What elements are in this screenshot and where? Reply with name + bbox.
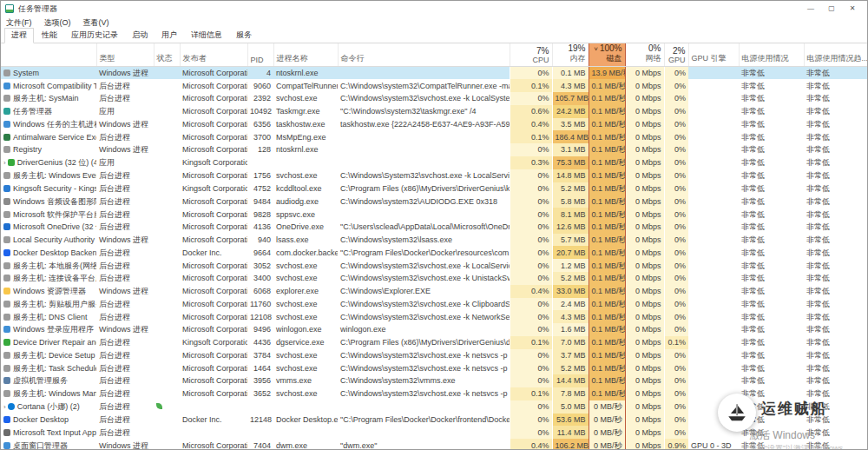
process-disk-cell: 0.1 MB/秒 [589,285,625,298]
column-header-name[interactable] [1,43,96,67]
column-header-pid[interactable]: PID [247,43,273,67]
tab-processes[interactable]: 进程 [4,28,34,43]
activate-windows-text: 激活 Windows [749,428,815,443]
process-net-cell: 0 Mbps [625,285,664,298]
process-cpu-cell: 0.1% [510,387,552,400]
process-row[interactable]: 服务主机: 本地服务(网络受限)后台进程Microsoft Corporatio… [1,259,868,272]
process-publisher-cell: Docker Inc. [180,414,247,427]
process-row[interactable]: 服务主机: Device Setup Mana...后台进程Microsoft … [1,349,868,362]
process-row[interactable]: 服务主机: 剪贴板用户服务_234...后台进程Microsoft Corpor… [1,298,868,311]
process-row[interactable]: Microsoft 软件保护平台服务后台进程Microsoft Corporat… [1,208,868,221]
process-net-cell: 0 Mbps [625,374,664,387]
process-cpu-cell: 0.1% [510,79,552,92]
tab-startup[interactable]: 启动 [126,29,154,43]
process-name-label: DriverGenius (32 位) (4 ... [17,158,96,167]
process-net-cell: 0 Mbps [625,169,664,182]
process-name-label: 服务主机: 连接设备平台用户服... [13,274,96,282]
process-row[interactable]: Local Security Authority Proc...Windows … [1,234,868,247]
process-row[interactable]: Device Driver Repair and Up...后台进程Kingso… [1,336,868,349]
process-type-cell: 后台进程 [96,221,154,234]
process-row[interactable]: Windows 登录应用程序Windows 进程Microsoft Corpor… [1,323,868,336]
process-mem-cell: 20.7 MB [552,246,589,259]
close-icon[interactable]: ✕ [842,2,863,16]
process-cpu-cell: 0% [510,272,552,285]
column-header-type[interactable]: 类型 [96,43,154,67]
process-publisher-cell: Microsoft Corporation [180,298,247,311]
process-row[interactable]: 任务管理器应用Microsoft Corporation10492Taskmgr… [1,105,868,118]
process-gpu-cell: 0% [664,246,688,259]
window-icon [3,121,10,128]
process-row[interactable]: Windows 资源管理器Windows 进程Microsoft Corpora… [1,285,868,298]
column-header-process-name[interactable]: 进程名称 [273,43,338,67]
menu-item-file[interactable]: 文件(F) [6,17,32,29]
process-image-name-cell: MsMpEng.exe [273,130,338,143]
process-row[interactable]: Windows 音频设备图形隔离后台进程Microsoft Corporatio… [1,195,868,208]
process-status-cell [154,259,180,272]
process-image-name-cell: ntoskrnl.exe [273,67,338,80]
column-header-network[interactable]: 0% 网络 [625,43,664,67]
process-disk-cell: 0 MB/秒 [589,426,625,439]
process-gpu-cell: 0% [664,323,688,336]
process-type-cell: 后台进程 [96,374,154,387]
menu-item-options[interactable]: 选项(O) [44,17,71,29]
column-header-gpu-engine[interactable]: GPU 引擎 [688,43,739,67]
process-row[interactable]: SystemWindows 进程Microsoft Corporation4nt… [1,67,868,80]
process-row[interactable]: 虚拟机管理服务后台进程Microsoft Corporation3956vmms… [1,374,868,387]
minimize-icon[interactable]: — [800,2,821,16]
process-row[interactable]: 服务主机: SysMain后台进程Microsoft Corporation23… [1,92,868,105]
process-type-cell: 后台进程 [96,182,154,195]
process-name-cell: 虚拟机管理服务 [1,374,96,387]
process-gpu-cell: 0% [664,221,688,234]
process-row[interactable]: 服务主机: DNS Client后台进程Microsoft Corporatio… [1,310,868,323]
column-header-power[interactable]: 电源使用情况 [739,43,804,67]
process-type-cell: 后台进程 [96,259,154,272]
process-row[interactable]: 桌面窗口管理器Windows 进程Microsoft Corporation74… [1,439,868,450]
process-row[interactable]: Kingsoft Security - Kingsoft c...后台进程Kin… [1,182,868,195]
column-header-memory[interactable]: 19% 内存 [552,43,589,67]
process-gpu-engine-cell [688,130,739,143]
process-row[interactable]: Microsoft Compatibility Tele...后台进程Micro… [1,79,868,92]
titlebar: 任务管理器 — ▢ ✕ [1,1,867,17]
process-mem-cell: 5.8 MB [552,195,589,208]
menu-item-view[interactable]: 查看(V) [83,17,109,29]
expander-icon[interactable]: › [3,403,6,411]
process-row[interactable]: Windows 任务的主机进程Windows 进程Microsoft Corpo… [1,118,868,131]
process-row[interactable]: RegistryWindows 进程Microsoft Corporation1… [1,143,868,156]
process-type-cell: Windows 进程 [96,285,154,298]
process-gpu-cell: 0% [664,426,688,439]
process-name-cell: 服务主机: Windows Event Log [1,169,96,182]
process-gpu-cell: 0% [664,259,688,272]
process-status-cell [154,234,180,247]
maximize-icon[interactable]: ▢ [821,2,842,16]
process-name-cell: Windows 音频设备图形隔离 [1,195,96,208]
process-row[interactable]: 服务主机: Windows Event Log后台进程Microsoft Cor… [1,169,868,182]
tab-services[interactable]: 服务 [230,29,258,43]
column-header-disk[interactable]: ˅100% 磁盘 [589,43,625,67]
process-type-cell: Windows 进程 [96,323,154,336]
process-row[interactable]: ›DriverGenius (32 位) (4 ...应用Kingsoft Co… [1,156,868,169]
tab-performance[interactable]: 性能 [36,29,63,43]
process-row[interactable]: Microsoft OneDrive (32 位)后台进程Microsoft C… [1,221,868,234]
process-power-trend-cell: 非常低 [804,361,868,374]
tab-app-history[interactable]: 应用历史记录 [65,29,124,43]
column-header-status[interactable]: 状态 [154,43,180,67]
process-net-cell: 0 Mbps [625,336,664,349]
column-header-gpu[interactable]: 2% GPU [664,43,688,67]
process-row[interactable]: Docker Desktop Backend后台进程Docker Inc.966… [1,246,868,259]
process-row[interactable]: 服务主机: 连接设备平台用户服...后台进程Microsoft Corporat… [1,272,868,285]
process-cpu-cell: 0% [510,246,552,259]
process-row[interactable]: 服务主机: Task Scheduler后台进程Microsoft Corpor… [1,361,868,374]
tab-details[interactable]: 详细信息 [185,29,228,43]
expander-icon[interactable]: › [3,159,6,167]
column-header-power-trend[interactable]: 电源使用情况趋... [804,43,868,67]
column-header-command-line[interactable]: 命令行 [338,43,510,67]
tab-users[interactable]: 用户 [155,29,183,43]
process-name-cell: System [1,67,96,80]
process-type-cell: 后台进程 [96,400,154,414]
column-header-publisher[interactable]: 发布者 [180,43,247,67]
process-pid-cell [247,426,273,439]
process-gpu-cell: 0% [664,156,688,169]
process-name-label: Device Driver Repair and Up... [13,338,96,347]
column-header-cpu[interactable]: 7% CPU [510,43,552,67]
process-row[interactable]: Antimalware Service Executa...后台进程Micros… [1,130,868,143]
